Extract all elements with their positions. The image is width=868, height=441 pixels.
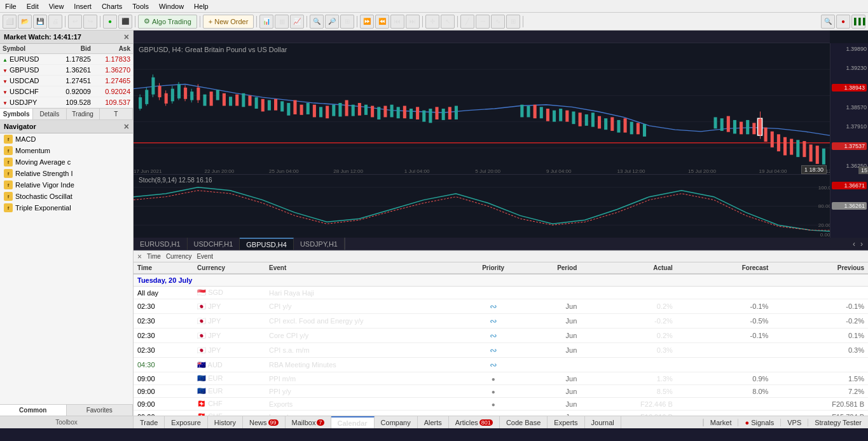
save-btn[interactable]: 💾 bbox=[33, 15, 47, 29]
new-chart-btn[interactable]: ⬜ bbox=[3, 15, 17, 29]
open-btn[interactable]: 📂 bbox=[18, 15, 32, 29]
svg-rect-49 bbox=[358, 103, 361, 116]
mw-tab-symbols[interactable]: Symbols bbox=[0, 109, 33, 119]
signals-status[interactable]: ●Signals bbox=[738, 419, 780, 426]
nav-indicator-item[interactable]: f Stochastic Oscillat bbox=[0, 191, 133, 202]
calendar-row[interactable]: 09:00 🇪🇺 EUR PPI y/y ● Jun 8.5% 8.0% 7.2… bbox=[134, 385, 868, 398]
footer-tab-company[interactable]: Company bbox=[375, 416, 418, 428]
market-watch-tabs: SymbolsDetailsTradingT bbox=[0, 108, 133, 120]
line-tool-btn[interactable]: ╱ bbox=[460, 15, 474, 29]
terminal-btn[interactable]: ⬛ bbox=[118, 15, 132, 29]
account-btn[interactable]: ● bbox=[836, 15, 850, 29]
cursor-btn[interactable]: ↖ bbox=[441, 15, 455, 29]
calendar-row[interactable]: 09:00 🇪🇺 EUR PPI m/m ● Jun 1.3% 0.9% 1.5… bbox=[134, 372, 868, 385]
zoom-in-btn[interactable]: 🔍 bbox=[310, 15, 324, 29]
undo-btn[interactable]: ↩ bbox=[68, 15, 82, 29]
nav-indicator-item[interactable]: f Momentum bbox=[0, 145, 133, 156]
connect-btn[interactable]: ● bbox=[103, 15, 117, 29]
calendar-row[interactable]: 02:30 🇯🇵 JPY CPI y/y ∾ Jun 0.2% -0.1% -0… bbox=[134, 299, 868, 314]
market-watch-row[interactable]: ▼ USDCHF 0.92009 0.92024 bbox=[0, 86, 133, 97]
vps-status[interactable]: VPS bbox=[780, 419, 808, 426]
scroll-right-btn[interactable]: ⏩ bbox=[360, 15, 374, 29]
menu-insert[interactable]: Insert bbox=[69, 1, 97, 11]
menu-file[interactable]: File bbox=[0, 1, 22, 11]
footer-tab-history[interactable]: History bbox=[208, 416, 243, 428]
footer-tab-mailbox[interactable]: Mailbox7 bbox=[286, 416, 331, 428]
crosshair-btn[interactable]: ✛ bbox=[425, 15, 439, 29]
nav-indicator-item[interactable]: f Triple Exponential bbox=[0, 202, 133, 214]
print-btn[interactable]: 🖨 bbox=[48, 15, 62, 29]
cal-previous: 0.1% bbox=[772, 329, 868, 343]
market-watch-close[interactable]: × bbox=[124, 32, 129, 42]
filter-time[interactable]: Time bbox=[147, 253, 161, 260]
market-status[interactable]: Market bbox=[703, 419, 738, 426]
calendar-row[interactable]: 09:00 🇨🇭 CHF Exports ● Jun F22.446 B F20… bbox=[134, 398, 868, 410]
scroll-left-btn[interactable]: ⏪ bbox=[375, 15, 389, 29]
footer-tab-exposure[interactable]: Exposure bbox=[165, 416, 207, 428]
calendar-row[interactable]: 02:30 🇯🇵 JPY CPI excl. Food and Energy y… bbox=[134, 314, 868, 329]
market-watch-row[interactable]: ▲ EURUSD 1.17825 1.17833 bbox=[0, 54, 133, 65]
nav-indicator-item[interactable]: f Relative Vigor Inde bbox=[0, 179, 133, 191]
mw-tab-details[interactable]: Details bbox=[33, 109, 66, 119]
footer-tab-experts[interactable]: Experts bbox=[548, 416, 584, 428]
nav-tab-common[interactable]: Common bbox=[0, 405, 67, 416]
chart-tab-usdjpy[interactable]: USDJPY,H1 bbox=[294, 238, 345, 250]
navigator-close[interactable]: × bbox=[124, 121, 129, 132]
calendar-row[interactable]: 04:30 🇦🇺 AUD RBA Meeting Minutes ∾ bbox=[134, 358, 868, 372]
strategy-tester-status[interactable]: Strategy Tester bbox=[808, 419, 868, 426]
menu-help[interactable]: Help bbox=[189, 1, 214, 11]
footer-tab-calendar[interactable]: Calendar bbox=[331, 416, 375, 428]
search-btn[interactable]: 🔍 bbox=[821, 15, 835, 29]
scale-btn[interactable]: ⊞ bbox=[340, 15, 354, 29]
template-btn[interactable]: ⊞ bbox=[506, 15, 520, 29]
svg-text:25 Jun 04:00: 25 Jun 04:00 bbox=[269, 169, 299, 174]
end-btn[interactable]: ⏭ bbox=[406, 15, 420, 29]
calendar-row[interactable]: 02:30 🇯🇵 JPY CPI s.a. m/m ∾ Jun 0.3% 0.3… bbox=[134, 343, 868, 358]
chart-type-btn[interactable]: 📊 bbox=[259, 15, 273, 29]
hline-btn[interactable]: ─ bbox=[476, 15, 490, 29]
chart-scroll-left[interactable]: ‹ bbox=[850, 240, 858, 248]
calendar-row[interactable]: 02:30 🇯🇵 JPY Core CPI y/y ∾ Jun 0.2% -0.… bbox=[134, 329, 868, 343]
nav-indicator-item[interactable]: f Relative Strength I bbox=[0, 168, 133, 179]
toolbox[interactable]: Toolbox bbox=[0, 416, 133, 428]
nav-indicator-item[interactable]: f Moving Average c bbox=[0, 156, 133, 168]
filter-currency[interactable]: Currency bbox=[166, 253, 192, 260]
svg-rect-82 bbox=[630, 122, 633, 135]
footer-tab-journal[interactable]: Journal bbox=[585, 416, 621, 428]
menu-charts[interactable]: Charts bbox=[97, 1, 127, 11]
menu-edit[interactable]: Edit bbox=[22, 1, 44, 11]
home-btn[interactable]: ⏮ bbox=[390, 15, 404, 29]
new-order-btn[interactable]: + New Order bbox=[203, 15, 254, 29]
level-btn[interactable]: ▐▐▐ bbox=[851, 15, 865, 29]
chart-tab-eurusd[interactable]: EURUSD,H1 bbox=[134, 238, 188, 250]
market-watch-row[interactable]: ▼ USDCAD 1.27451 1.27465 bbox=[0, 76, 133, 86]
line-chart-btn[interactable]: 📈 bbox=[290, 15, 304, 29]
bar-chart-btn[interactable]: ▦ bbox=[275, 15, 289, 29]
footer-tab-news[interactable]: News99 bbox=[243, 416, 286, 428]
footer-tab-code base[interactable]: Code Base bbox=[500, 416, 548, 428]
indicator-btn[interactable]: ∿ bbox=[491, 15, 505, 29]
cal-actual: F16.916 B bbox=[581, 410, 677, 416]
menu-view[interactable]: View bbox=[44, 1, 69, 11]
algo-trading-btn[interactable]: ⚙ Algo Trading bbox=[138, 15, 197, 29]
footer-tab-alerts[interactable]: Alerts bbox=[418, 416, 449, 428]
menu-window[interactable]: Window bbox=[154, 1, 189, 11]
footer-tab-trade[interactable]: Trade bbox=[134, 416, 165, 428]
close-btn[interactable]: × bbox=[137, 252, 142, 261]
market-watch-row[interactable]: ▼ GBPUSD 1.36261 1.36270 bbox=[0, 65, 133, 76]
chart-tab-gbpusd[interactable]: GBPUSD,H4 bbox=[240, 238, 294, 250]
calendar-row[interactable]: 09:00 🇨🇭 CHF Imports ● Jun F16.916 B F15… bbox=[134, 410, 868, 416]
chart-scroll-right[interactable]: › bbox=[858, 240, 865, 248]
menu-tools[interactable]: Tools bbox=[127, 1, 154, 11]
nav-tab-favorites[interactable]: Favorites bbox=[67, 405, 134, 416]
market-watch-row[interactable]: ▼ USDJPY 109.528 109.537 bbox=[0, 97, 133, 108]
chart-tab-usdchf[interactable]: USDCHF,H1 bbox=[188, 238, 240, 250]
nav-indicator-item[interactable]: f MACD bbox=[0, 133, 133, 145]
filter-event[interactable]: Event bbox=[196, 253, 213, 260]
footer-tab-articles[interactable]: Articles801 bbox=[449, 416, 500, 428]
calendar-row[interactable]: All day 🇸🇬 SGD Hari Raya Haji bbox=[134, 287, 868, 299]
mw-tab-t[interactable]: T bbox=[100, 109, 133, 119]
zoom-out-btn[interactable]: 🔎 bbox=[325, 15, 339, 29]
redo-btn[interactable]: ↪ bbox=[83, 15, 97, 29]
mw-tab-trading[interactable]: Trading bbox=[67, 109, 100, 119]
